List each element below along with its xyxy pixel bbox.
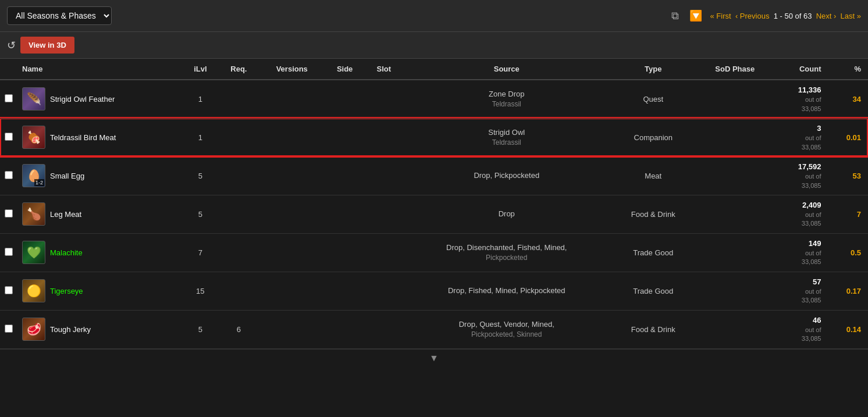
th-name[interactable]: Name [17,59,183,80]
row-pct: 0.17 [826,272,869,310]
next-link[interactable]: Next › [816,12,837,20]
item-icon: 🥩 [22,318,45,341]
row-checkbox[interactable] [5,286,13,294]
row-versions [259,233,325,272]
view-3d-button[interactable]: View in 3D [20,37,74,54]
count-main: 46 [778,315,821,326]
count-total: 33,085 [778,296,821,305]
row-checkbox-cell [0,118,17,156]
row-side [325,156,365,195]
count-of: out of [778,172,821,181]
row-req [218,272,259,310]
item-name[interactable]: Tigerseye [50,287,83,295]
th-sod-phase[interactable]: SoD Phase [696,59,774,80]
count-main: 2,409 [778,200,821,211]
row-checkbox-cell [0,310,17,348]
row-checkbox[interactable] [5,209,13,218]
source-main: Drop, Pickpocketed [407,170,606,181]
th-ilvl[interactable]: iLvl [183,59,218,80]
row-checkbox[interactable] [5,325,13,333]
row-pct: 0.14 [826,310,869,348]
item-name[interactable]: Tough Jerky [50,325,91,334]
row-source: Drop, Disenchanted, Fished, Mined,Pickpo… [403,233,610,272]
table-row[interactable]: 🪶Strigid Owl Feather1Zone DropTeldrassil… [0,80,868,118]
row-source: Drop, Quest, Vendor, Mined,Pickpocketed,… [403,310,610,348]
item-icon: 🍖 [22,126,45,149]
count-of: out of [778,134,821,142]
season-select[interactable]: All Seasons & PhasesSeason 1Season 2Seas… [7,6,112,25]
table-row[interactable]: 🍗Leg Meat5DropFood & Drink2,409out of33,… [0,195,868,233]
item-name[interactable]: Strigid Owl Feather [50,95,115,104]
table-row[interactable]: 🍖Teldrassil Bird Meat1Strigid OwlTeldras… [0,118,868,156]
row-checkbox[interactable] [5,94,13,102]
scroll-down-indicator: ▼ [0,349,868,367]
count-of: out of [778,249,821,258]
row-sod-phase [696,233,774,272]
row-sod-phase [696,118,774,156]
row-type: Food & Drink [610,310,696,348]
row-checkbox[interactable] [5,248,13,256]
view-3d-label: View in 3D [29,41,66,49]
back-arrow-icon[interactable]: ↺ [7,39,16,52]
item-name[interactable]: Small Egg [50,172,84,180]
copy-button[interactable]: ⧉ [669,9,681,23]
item-name[interactable]: Teldrassil Bird Meat [50,133,116,142]
row-checkbox-cell [0,272,17,310]
row-count: 57out of33,085 [774,272,826,310]
second-bar: ↺ View in 3D [0,32,868,59]
previous-link[interactable]: ‹ Previous [735,12,770,20]
row-side [325,310,365,348]
th-versions[interactable]: Versions [259,59,325,80]
last-link[interactable]: Last » [841,12,861,20]
row-source: Strigid OwlTeldrassil [403,118,610,156]
table-row[interactable]: 🟡Tigerseye15Drop, Fished, Mined, Pickpoc… [0,272,868,310]
item-icon: 🟡 [22,279,45,302]
top-bar: All Seasons & PhasesSeason 1Season 2Seas… [0,0,868,32]
th-side[interactable]: Side [325,59,365,80]
row-type: Companion [610,118,696,156]
row-slot [365,118,403,156]
item-name[interactable]: Leg Meat [50,210,81,219]
filter-button[interactable]: 🔽 [687,8,705,23]
row-name-cell: 🍗Leg Meat [17,195,183,233]
row-req [218,118,259,156]
th-count[interactable]: Count [774,59,826,80]
source-main: Drop, Disenchanted, Fished, Mined, [407,243,606,253]
th-type[interactable]: Type [610,59,696,80]
items-table-container: Name iLvl Req. Versions Side Slot Source… [0,59,868,349]
row-ilvl: 1 [183,80,218,118]
first-link[interactable]: « First [710,12,731,20]
row-checkbox[interactable] [5,171,13,179]
row-slot [365,195,403,233]
row-sod-phase [696,272,774,310]
row-source: Drop, Pickpocketed [403,156,610,195]
source-main: Drop [407,209,606,219]
count-total: 33,085 [778,143,821,152]
th-req[interactable]: Req. [218,59,259,80]
item-icon: 🥚1-2 [22,164,45,187]
th-pct[interactable]: % [826,59,869,80]
row-type: Trade Good [610,233,696,272]
row-ilvl: 15 [183,272,218,310]
count-of: out of [778,211,821,219]
table-row[interactable]: 🥚1-2Small Egg5Drop, PickpocketedMeat17,5… [0,156,868,195]
source-main: Drop, Fished, Mined, Pickpocketed [407,286,606,296]
row-req [218,80,259,118]
row-count: 11,336out of33,085 [774,80,826,118]
item-name[interactable]: Malachite [50,248,83,257]
row-checkbox[interactable] [5,133,13,141]
th-slot[interactable]: Slot [365,59,403,80]
th-source[interactable]: Source [403,59,610,80]
row-source: Zone DropTeldrassil [403,80,610,118]
row-count: 46out of33,085 [774,310,826,348]
source-sub: Pickpocketed, Skinned [407,330,606,340]
row-ilvl: 5 [183,310,218,348]
table-row[interactable]: 💚Malachite7Drop, Disenchanted, Fished, M… [0,233,868,272]
source-main: Drop, Quest, Vendor, Mined, [407,319,606,330]
row-name-cell: 🟡Tigerseye [17,272,183,310]
source-sub: Teldrassil [407,99,606,109]
row-req [218,233,259,272]
table-header: Name iLvl Req. Versions Side Slot Source… [0,59,868,80]
table-row[interactable]: 🥩Tough Jerky56Drop, Quest, Vendor, Mined… [0,310,868,348]
source-sub: Pickpocketed [407,253,606,263]
